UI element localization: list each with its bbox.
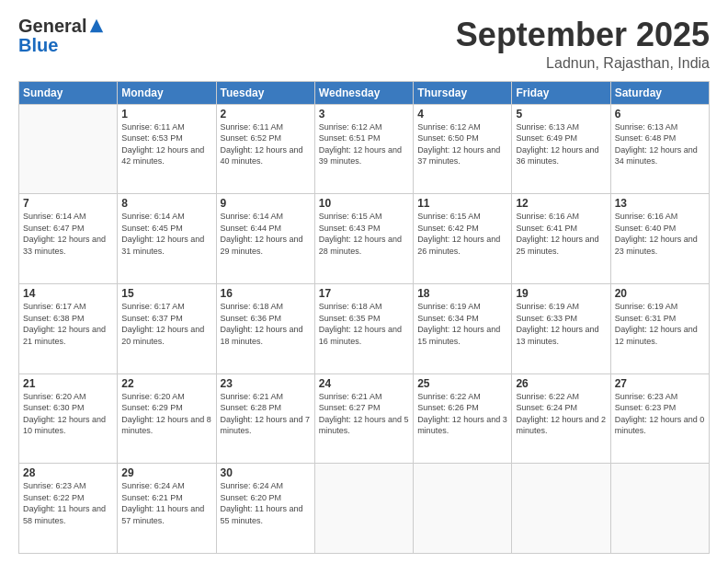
day-info: Sunrise: 6:21 AMSunset: 6:28 PMDaylight:… xyxy=(221,391,311,437)
day-cell xyxy=(414,464,512,554)
day-cell: 26Sunrise: 6:22 AMSunset: 6:24 PMDayligh… xyxy=(512,373,610,464)
day-cell: 1Sunrise: 6:11 AMSunset: 6:53 PMDaylight… xyxy=(118,104,216,194)
day-number: 7 xyxy=(23,197,113,210)
day-info: Sunrise: 6:13 AMSunset: 6:49 PMDaylight:… xyxy=(516,121,606,167)
calendar-table: SundayMondayTuesdayWednesdayThursdayFrid… xyxy=(18,81,710,554)
day-cell: 8Sunrise: 6:14 AMSunset: 6:45 PMDaylight… xyxy=(118,194,216,284)
day-cell: 30Sunrise: 6:24 AMSunset: 6:20 PMDayligh… xyxy=(216,464,314,554)
day-header-wednesday: Wednesday xyxy=(314,81,413,104)
day-header-friday: Friday xyxy=(512,81,610,104)
day-info: Sunrise: 6:18 AMSunset: 6:36 PMDaylight:… xyxy=(221,301,311,347)
day-cell xyxy=(19,104,118,194)
day-cell: 19Sunrise: 6:19 AMSunset: 6:33 PMDayligh… xyxy=(512,283,610,373)
day-number: 12 xyxy=(516,197,606,210)
day-info: Sunrise: 6:19 AMSunset: 6:31 PMDaylight:… xyxy=(615,301,705,347)
day-cell: 21Sunrise: 6:20 AMSunset: 6:30 PMDayligh… xyxy=(19,373,118,464)
day-info: Sunrise: 6:11 AMSunset: 6:52 PMDaylight:… xyxy=(221,121,311,167)
day-cell: 13Sunrise: 6:16 AMSunset: 6:40 PMDayligh… xyxy=(610,194,709,284)
day-info: Sunrise: 6:20 AMSunset: 6:30 PMDaylight:… xyxy=(23,391,113,437)
day-info: Sunrise: 6:19 AMSunset: 6:34 PMDaylight:… xyxy=(417,301,507,347)
day-info: Sunrise: 6:12 AMSunset: 6:51 PMDaylight:… xyxy=(319,121,409,167)
day-number: 28 xyxy=(23,466,113,479)
day-cell: 20Sunrise: 6:19 AMSunset: 6:31 PMDayligh… xyxy=(610,283,709,373)
day-cell: 18Sunrise: 6:19 AMSunset: 6:34 PMDayligh… xyxy=(414,283,512,373)
day-info: Sunrise: 6:16 AMSunset: 6:41 PMDaylight:… xyxy=(516,211,606,257)
day-cell: 10Sunrise: 6:15 AMSunset: 6:43 PMDayligh… xyxy=(314,194,413,284)
location-title: Ladnun, Rajasthan, India xyxy=(456,55,710,72)
day-cell: 27Sunrise: 6:23 AMSunset: 6:23 PMDayligh… xyxy=(610,373,709,464)
day-number: 29 xyxy=(121,466,211,479)
day-info: Sunrise: 6:14 AMSunset: 6:44 PMDaylight:… xyxy=(221,211,311,257)
day-number: 21 xyxy=(23,377,113,390)
day-info: Sunrise: 6:12 AMSunset: 6:50 PMDaylight:… xyxy=(417,121,507,167)
day-number: 16 xyxy=(221,287,311,300)
day-number: 22 xyxy=(121,377,211,390)
header-right: September 2025 Ladnun, Rajasthan, India xyxy=(456,17,710,72)
day-header-tuesday: Tuesday xyxy=(216,81,314,104)
day-info: Sunrise: 6:16 AMSunset: 6:40 PMDaylight:… xyxy=(615,211,705,257)
logo-general-text: General xyxy=(18,17,86,35)
day-info: Sunrise: 6:20 AMSunset: 6:29 PMDaylight:… xyxy=(121,391,211,437)
day-info: Sunrise: 6:24 AMSunset: 6:20 PMDaylight:… xyxy=(221,480,311,526)
day-header-saturday: Saturday xyxy=(610,81,709,104)
day-number: 26 xyxy=(516,377,606,390)
day-info: Sunrise: 6:22 AMSunset: 6:24 PMDaylight:… xyxy=(516,391,606,437)
day-info: Sunrise: 6:11 AMSunset: 6:53 PMDaylight:… xyxy=(121,121,211,167)
day-cell: 28Sunrise: 6:23 AMSunset: 6:22 PMDayligh… xyxy=(19,464,118,554)
day-number: 13 xyxy=(615,197,705,210)
day-info: Sunrise: 6:17 AMSunset: 6:37 PMDaylight:… xyxy=(121,301,211,347)
day-number: 14 xyxy=(23,287,113,300)
day-number: 1 xyxy=(121,108,211,121)
logo-icon xyxy=(88,17,105,34)
day-number: 15 xyxy=(121,287,211,300)
day-cell: 4Sunrise: 6:12 AMSunset: 6:50 PMDaylight… xyxy=(414,104,512,194)
day-cell: 12Sunrise: 6:16 AMSunset: 6:41 PMDayligh… xyxy=(512,194,610,284)
day-cell: 14Sunrise: 6:17 AMSunset: 6:38 PMDayligh… xyxy=(19,283,118,373)
day-number: 10 xyxy=(319,197,409,210)
day-cell: 6Sunrise: 6:13 AMSunset: 6:48 PMDaylight… xyxy=(610,104,709,194)
day-cell xyxy=(314,464,413,554)
day-number: 24 xyxy=(319,377,409,390)
day-cell: 9Sunrise: 6:14 AMSunset: 6:44 PMDaylight… xyxy=(216,194,314,284)
day-cell xyxy=(512,464,610,554)
month-title: September 2025 xyxy=(456,17,710,53)
week-row-5: 28Sunrise: 6:23 AMSunset: 6:22 PMDayligh… xyxy=(19,464,710,554)
day-number: 30 xyxy=(221,466,311,479)
day-info: Sunrise: 6:23 AMSunset: 6:22 PMDaylight:… xyxy=(23,480,113,526)
day-cell: 29Sunrise: 6:24 AMSunset: 6:21 PMDayligh… xyxy=(118,464,216,554)
day-cell: 17Sunrise: 6:18 AMSunset: 6:35 PMDayligh… xyxy=(314,283,413,373)
header: General Blue September 2025 Ladnun, Raja… xyxy=(18,17,710,72)
day-cell: 3Sunrise: 6:12 AMSunset: 6:51 PMDaylight… xyxy=(314,104,413,194)
week-row-2: 7Sunrise: 6:14 AMSunset: 6:47 PMDaylight… xyxy=(19,194,710,284)
day-number: 11 xyxy=(417,197,507,210)
day-cell: 16Sunrise: 6:18 AMSunset: 6:36 PMDayligh… xyxy=(216,283,314,373)
day-info: Sunrise: 6:19 AMSunset: 6:33 PMDaylight:… xyxy=(516,301,606,347)
page: General Blue September 2025 Ladnun, Raja… xyxy=(0,0,728,563)
day-info: Sunrise: 6:14 AMSunset: 6:45 PMDaylight:… xyxy=(121,211,211,257)
day-number: 3 xyxy=(319,108,409,121)
day-number: 25 xyxy=(417,377,507,390)
day-cell xyxy=(610,464,709,554)
day-info: Sunrise: 6:18 AMSunset: 6:35 PMDaylight:… xyxy=(319,301,409,347)
day-header-thursday: Thursday xyxy=(414,81,512,104)
week-row-3: 14Sunrise: 6:17 AMSunset: 6:38 PMDayligh… xyxy=(19,283,710,373)
day-number: 4 xyxy=(417,108,507,121)
day-info: Sunrise: 6:22 AMSunset: 6:26 PMDaylight:… xyxy=(417,391,507,437)
day-info: Sunrise: 6:15 AMSunset: 6:42 PMDaylight:… xyxy=(417,211,507,257)
day-info: Sunrise: 6:15 AMSunset: 6:43 PMDaylight:… xyxy=(319,211,409,257)
day-cell: 11Sunrise: 6:15 AMSunset: 6:42 PMDayligh… xyxy=(414,194,512,284)
day-header-monday: Monday xyxy=(118,81,216,104)
day-number: 9 xyxy=(221,197,311,210)
day-info: Sunrise: 6:17 AMSunset: 6:38 PMDaylight:… xyxy=(23,301,113,347)
day-number: 2 xyxy=(221,108,311,121)
logo: General Blue xyxy=(18,17,105,56)
day-number: 23 xyxy=(221,377,311,390)
day-number: 20 xyxy=(615,287,705,300)
day-number: 17 xyxy=(319,287,409,300)
day-cell: 23Sunrise: 6:21 AMSunset: 6:28 PMDayligh… xyxy=(216,373,314,464)
day-number: 18 xyxy=(417,287,507,300)
day-number: 5 xyxy=(516,108,606,121)
day-header-sunday: Sunday xyxy=(19,81,118,104)
day-cell: 2Sunrise: 6:11 AMSunset: 6:52 PMDaylight… xyxy=(216,104,314,194)
day-number: 6 xyxy=(615,108,705,121)
